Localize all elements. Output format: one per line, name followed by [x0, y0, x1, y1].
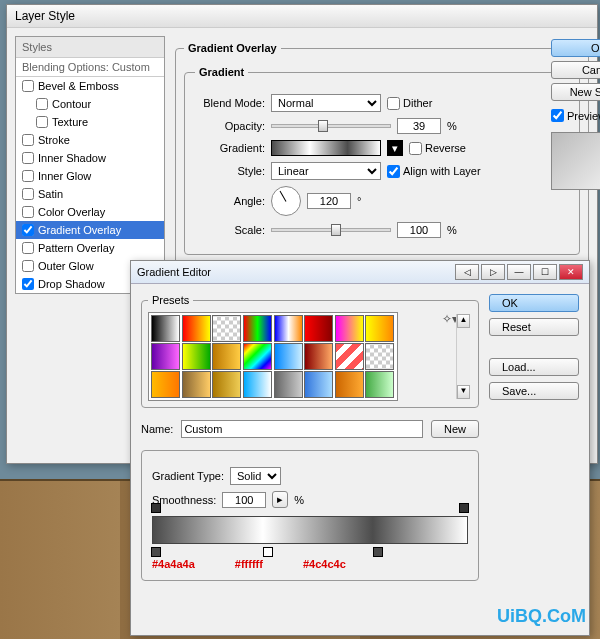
ged-save-button[interactable]: Save...: [489, 382, 579, 400]
style-item-contour[interactable]: Contour: [16, 95, 164, 113]
blendmode-select[interactable]: Normal: [271, 94, 381, 112]
color-stop[interactable]: [263, 547, 273, 557]
align-label: Align with Layer: [403, 165, 481, 177]
style-checkbox[interactable]: [22, 152, 34, 164]
preset-swatch[interactable]: [365, 343, 394, 370]
preset-swatch[interactable]: [212, 315, 241, 342]
preset-swatch[interactable]: [182, 315, 211, 342]
preset-swatch[interactable]: [335, 315, 364, 342]
style-item-inner-glow[interactable]: Inner Glow: [16, 167, 164, 185]
layer-style-title[interactable]: Layer Style: [7, 5, 597, 28]
preset-swatch[interactable]: [243, 343, 272, 370]
preset-swatch[interactable]: [304, 371, 333, 398]
preset-swatch[interactable]: [243, 371, 272, 398]
nav-back-icon[interactable]: ◁: [455, 264, 479, 280]
gradient-label: Gradient:: [195, 142, 265, 154]
opacity-input[interactable]: [397, 118, 441, 134]
scale-slider[interactable]: [271, 228, 391, 232]
style-select[interactable]: Linear: [271, 162, 381, 180]
hex2: #ffffff: [235, 558, 263, 570]
style-checkbox[interactable]: [22, 170, 34, 182]
preview-checkbox[interactable]: [551, 109, 564, 122]
style-checkbox[interactable]: [36, 116, 48, 128]
opacity-slider[interactable]: [271, 124, 391, 128]
ged-ok-button[interactable]: OK: [489, 294, 579, 312]
hex1: #4a4a4a: [152, 558, 195, 570]
smooth-input[interactable]: [222, 492, 266, 508]
opacity-stop[interactable]: [151, 503, 161, 513]
blending-options[interactable]: Blending Options: Custom: [16, 58, 164, 77]
close-icon[interactable]: ✕: [559, 264, 583, 280]
reverse-label: Reverse: [425, 142, 466, 154]
preset-swatch[interactable]: [304, 315, 333, 342]
style-checkbox[interactable]: [22, 188, 34, 200]
ged-reset-button[interactable]: Reset: [489, 318, 579, 336]
preset-swatch[interactable]: [274, 343, 303, 370]
style-item-satin[interactable]: Satin: [16, 185, 164, 203]
preset-swatch[interactable]: [151, 371, 180, 398]
style-checkbox[interactable]: [22, 278, 34, 290]
preset-swatch[interactable]: [365, 371, 394, 398]
style-checkbox[interactable]: [22, 242, 34, 254]
style-checkbox[interactable]: [22, 224, 34, 236]
style-checkbox[interactable]: [22, 134, 34, 146]
preset-grid: [148, 312, 398, 401]
preset-swatch[interactable]: [274, 371, 303, 398]
smooth-stepper[interactable]: ▸: [272, 491, 288, 508]
gradtype-select[interactable]: Solid: [230, 467, 281, 485]
cancel-button[interactable]: Cancel: [551, 61, 600, 79]
preset-swatch[interactable]: [335, 343, 364, 370]
style-item-pattern-overlay[interactable]: Pattern Overlay: [16, 239, 164, 257]
style-checkbox[interactable]: [22, 260, 34, 272]
opacity-stop[interactable]: [459, 503, 469, 513]
preset-swatch[interactable]: [243, 315, 272, 342]
style-item-inner-shadow[interactable]: Inner Shadow: [16, 149, 164, 167]
style-item-bevel-emboss[interactable]: Bevel & Emboss: [16, 77, 164, 95]
preset-swatch[interactable]: [212, 371, 241, 398]
preset-swatch[interactable]: [151, 315, 180, 342]
gradient-editor-dialog: Gradient Editor ◁ ▷ — ☐ ✕ Presets ✧▾ ▲▼ …: [130, 260, 590, 636]
new-button[interactable]: New: [431, 420, 479, 438]
preset-swatch[interactable]: [304, 343, 333, 370]
nav-fwd-icon[interactable]: ▷: [481, 264, 505, 280]
color-stop[interactable]: [373, 547, 383, 557]
preset-scrollbar[interactable]: ▲▼: [456, 314, 470, 399]
name-input[interactable]: [181, 420, 423, 438]
preview-label: Preview: [567, 110, 600, 122]
reverse-checkbox[interactable]: [409, 142, 422, 155]
gradient-bar[interactable]: [152, 516, 468, 544]
align-checkbox[interactable]: [387, 165, 400, 178]
gradient-preview[interactable]: [271, 140, 381, 156]
styles-header[interactable]: Styles: [16, 37, 164, 58]
ged-load-button[interactable]: Load...: [489, 358, 579, 376]
style-checkbox[interactable]: [36, 98, 48, 110]
preset-swatch[interactable]: [274, 315, 303, 342]
styles-panel: Styles Blending Options: Custom Bevel & …: [15, 36, 165, 294]
style-checkbox[interactable]: [22, 206, 34, 218]
ok-button[interactable]: OK: [551, 39, 600, 57]
style-item-texture[interactable]: Texture: [16, 113, 164, 131]
gradient-dropdown[interactable]: ▾: [387, 140, 403, 156]
new-style-button[interactable]: New Style...: [551, 83, 600, 101]
style-checkbox[interactable]: [22, 80, 34, 92]
preset-swatch[interactable]: [212, 343, 241, 370]
ged-title[interactable]: Gradient Editor: [137, 266, 211, 278]
style-item-color-overlay[interactable]: Color Overlay: [16, 203, 164, 221]
angle-input[interactable]: [307, 193, 351, 209]
preset-swatch[interactable]: [335, 371, 364, 398]
preset-swatch[interactable]: [182, 343, 211, 370]
minimize-icon[interactable]: —: [507, 264, 531, 280]
angle-label: Angle:: [195, 195, 265, 207]
color-stop[interactable]: [151, 547, 161, 557]
style-item-stroke[interactable]: Stroke: [16, 131, 164, 149]
preset-swatch[interactable]: [365, 315, 394, 342]
gradient-overlay-group: Gradient Overlay Gradient Blend Mode: No…: [175, 42, 589, 294]
scale-input[interactable]: [397, 222, 441, 238]
maximize-icon[interactable]: ☐: [533, 264, 557, 280]
angle-wheel[interactable]: [271, 186, 301, 216]
style-item-gradient-overlay[interactable]: Gradient Overlay: [16, 221, 164, 239]
dither-checkbox[interactable]: [387, 97, 400, 110]
preset-swatch[interactable]: [182, 371, 211, 398]
preset-swatch[interactable]: [151, 343, 180, 370]
go-legend: Gradient Overlay: [184, 42, 281, 54]
